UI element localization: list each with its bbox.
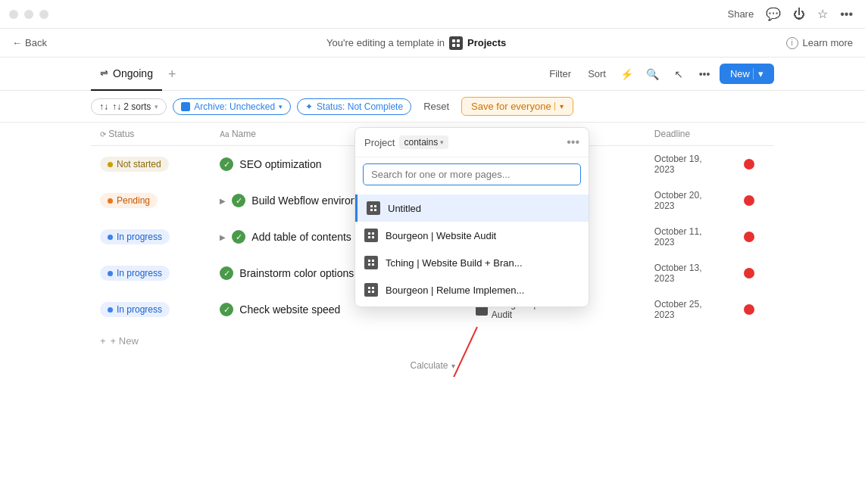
deadline-column-header: Deadline (645, 123, 735, 146)
dropdown-title: Project (364, 137, 395, 148)
search-pages-input[interactable] (363, 163, 581, 185)
archive-icon (181, 102, 190, 111)
search-icon-button[interactable]: 🔍 (642, 64, 664, 85)
archive-caret-icon: ▾ (279, 103, 283, 110)
save-for-everyone-button[interactable]: Save for everyone ▾ (461, 97, 573, 116)
calculate-row[interactable]: Calculate ▾ (91, 354, 774, 377)
svg-rect-5 (374, 205, 376, 207)
projects-icon (449, 36, 463, 50)
archive-label: Archive: Unchecked (194, 101, 275, 112)
sorts-icon: ↑↓ (99, 101, 108, 112)
svg-rect-10 (368, 236, 370, 238)
tab-ongoing[interactable]: ⇌ Ongoing (91, 58, 162, 91)
link-icon-button[interactable]: ↗ (668, 64, 689, 85)
add-tab-button[interactable]: + (162, 58, 183, 91)
comment-icon[interactable]: 💬 (766, 7, 781, 21)
dropdown-more-icon[interactable]: ••• (567, 135, 579, 149)
contains-tag[interactable]: contains ▾ (399, 135, 448, 149)
expand-arrow-icon[interactable]: ▶ (220, 233, 226, 241)
back-arrow-icon: ← (12, 37, 22, 48)
svg-rect-11 (372, 236, 374, 238)
sorts-filter-chip[interactable]: ↑↓ ↑↓ 2 sorts ▾ (91, 98, 167, 115)
timer-icon[interactable]: ⏻ (793, 8, 805, 21)
more-options-button[interactable]: ••• (694, 64, 715, 85)
sort-button[interactable]: Sort (582, 65, 612, 82)
filter-button[interactable]: Filter (543, 65, 577, 82)
svg-rect-7 (374, 209, 376, 211)
sorts-caret-icon: ▾ (155, 103, 158, 110)
status-badge-in-progress: In progress (100, 229, 170, 244)
new-caret-icon: ▾ (753, 68, 764, 79)
back-button[interactable]: ← Back (12, 37, 47, 48)
calculate-label: Calculate (410, 360, 448, 371)
tab-icon: ⇌ (100, 67, 108, 79)
svg-rect-0 (452, 39, 455, 42)
learn-more-link[interactable]: Learn more (803, 37, 853, 48)
dropdown-item-label: Tching | Website Build + Bran... (386, 257, 523, 269)
status-icon: ✦ (305, 101, 313, 112)
dropdown-item-bourgeon-audit[interactable]: Bourgeon | Website Audit (355, 222, 589, 249)
window-control (24, 10, 33, 19)
svg-rect-17 (372, 287, 374, 289)
save-caret-icon: ▾ (554, 102, 564, 110)
window-control (39, 10, 48, 19)
bolt-icon-button[interactable]: ⚡ (617, 64, 638, 85)
svg-rect-4 (370, 205, 373, 207)
new-label: New (730, 68, 750, 79)
more-icon[interactable]: ••• (840, 8, 853, 21)
add-icon: + (100, 335, 106, 347)
svg-rect-9 (372, 232, 374, 235)
status-badge-in-progress-2: In progress (100, 266, 170, 281)
dropdown-item-label: Bourgeon | Relume Implemen... (386, 285, 524, 296)
svg-rect-6 (370, 209, 373, 211)
task-name: SEO optimization (239, 158, 321, 170)
dropdown-item-label: Untitled (388, 203, 421, 214)
add-new-row[interactable]: + + New (91, 328, 774, 354)
dropdown-item-untitled[interactable]: Untitled (355, 194, 589, 222)
svg-rect-1 (457, 39, 460, 42)
editing-text: You're editing a template in (326, 37, 445, 48)
window-control (9, 10, 18, 19)
svg-rect-12 (368, 260, 370, 262)
svg-rect-13 (372, 260, 374, 262)
check-icon: ✓ (232, 194, 245, 207)
svg-rect-14 (368, 263, 370, 266)
check-icon: ✓ (220, 157, 233, 171)
reset-button[interactable]: Reset (417, 98, 455, 115)
svg-rect-8 (368, 232, 370, 235)
expand-arrow-icon[interactable]: ▶ (220, 197, 226, 205)
dropdown-item-tching[interactable]: Tching | Website Build + Bran... (355, 249, 589, 276)
info-icon: i (786, 37, 798, 49)
svg-rect-2 (452, 44, 455, 47)
task-name: Brainstorm color options (239, 267, 354, 279)
check-icon: ✓ (232, 230, 245, 244)
add-new-label: + New (111, 335, 139, 347)
tab-label: Ongoing (113, 67, 153, 79)
check-icon: ✓ (220, 266, 233, 280)
back-label: Back (25, 37, 47, 48)
dropdown-item-bourgeon-relume[interactable]: Bourgeon | Relume Implemen... (355, 276, 589, 303)
save-everyone-label: Save for everyone (471, 101, 551, 112)
project-name: Projects (467, 37, 506, 48)
extra-column-header (735, 123, 774, 146)
svg-rect-15 (372, 263, 374, 266)
star-icon[interactable]: ☆ (817, 7, 828, 21)
status-column-header: ⟳ Status (91, 123, 211, 146)
dropdown-item-label: Bourgeon | Website Audit (386, 230, 496, 241)
new-button[interactable]: New ▾ (720, 64, 774, 84)
status-label: Status: Not Complete (317, 101, 403, 112)
svg-rect-19 (372, 291, 374, 293)
share-label: Share (727, 8, 754, 20)
status-badge-not-started: Not started (100, 157, 169, 172)
sorts-label: ↑↓ 2 sorts (112, 101, 151, 112)
archive-filter-chip[interactable]: Archive: Unchecked ▾ (173, 98, 291, 115)
task-name: Check website speed (239, 303, 340, 316)
contains-caret-icon: ▾ (440, 138, 444, 146)
svg-rect-16 (368, 287, 370, 289)
check-icon: ✓ (220, 303, 233, 316)
status-filter-chip[interactable]: ✦ Status: Not Complete (297, 98, 411, 115)
svg-rect-18 (368, 291, 370, 293)
calculate-caret-icon: ▾ (451, 362, 455, 370)
status-badge-pending: Pending (100, 193, 158, 208)
contains-label: contains (404, 137, 438, 148)
